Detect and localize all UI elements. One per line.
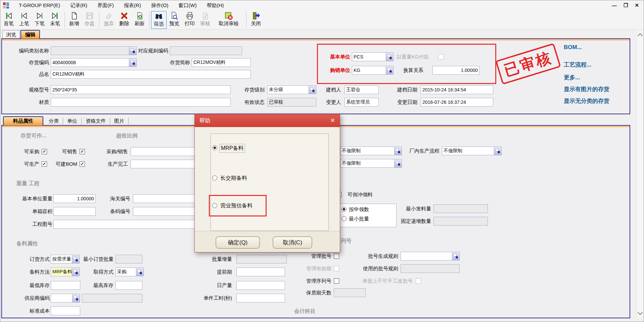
- unit-hours-input[interactable]: [236, 294, 285, 303]
- subtab-qualification-files[interactable]: 资格文件: [82, 118, 110, 124]
- conversion-input[interactable]: 1.00000: [432, 66, 479, 75]
- lookup-icon[interactable]: [72, 294, 80, 302]
- unit-weight-input[interactable]: 1.00000: [53, 194, 96, 203]
- manage-serial-checkbox[interactable]: [334, 278, 339, 284]
- lookup-icon[interactable]: [394, 159, 402, 167]
- supplier-code-input[interactable]: [51, 294, 80, 303]
- modifier-input[interactable]: 系统管理员: [344, 98, 379, 107]
- limit1-input[interactable]: 不做限制: [340, 147, 402, 155]
- link-bom[interactable]: BOM...: [564, 44, 582, 51]
- item-code-input[interactable]: 400400008: [51, 58, 137, 67]
- item-abbr-input[interactable]: CR12MOV精料: [192, 58, 251, 67]
- lookup-icon[interactable]: [394, 147, 402, 155]
- restore-icon[interactable]: ❐: [624, 2, 628, 8]
- min-stock-input[interactable]: [51, 281, 80, 290]
- daily-output-input[interactable]: [236, 281, 285, 290]
- delete-button[interactable]: 删除: [117, 11, 132, 29]
- item-name-input[interactable]: CR12MOV精料: [51, 70, 251, 79]
- scroll-down-icon[interactable]: [638, 310, 643, 315]
- lookup-icon[interactable]: [494, 147, 501, 155]
- batch-rule-input[interactable]: [401, 252, 460, 260]
- level-input[interactable]: 未分级: [267, 85, 316, 94]
- tab-edit[interactable]: 编辑: [20, 30, 40, 39]
- trade-unit-input[interactable]: KG: [352, 66, 394, 75]
- menu-item-window[interactable]: 窗口(W): [174, 0, 202, 10]
- over-prod-input[interactable]: [131, 160, 198, 168]
- last-record-button[interactable]: 末笔: [47, 11, 63, 29]
- limit2-input[interactable]: 不做限制: [340, 159, 402, 168]
- link-show-unclassified[interactable]: 显示无分类的存货: [564, 97, 609, 105]
- create-date-input[interactable]: 2015-10-24 16:34:54: [421, 85, 493, 94]
- menu-item-interface[interactable]: 界面(F): [92, 0, 119, 10]
- menu-item-report[interactable]: 报表(R): [119, 0, 146, 10]
- max-stock-input[interactable]: [116, 281, 142, 290]
- close-form-button[interactable]: 关闭: [248, 11, 264, 29]
- tab-browse[interactable]: 浏览: [2, 30, 20, 39]
- ok-button[interactable]: 确定(Q): [216, 236, 260, 249]
- minimize-icon[interactable]: —: [612, 3, 617, 8]
- menu-item-record[interactable]: 记录(R): [65, 0, 92, 10]
- link-show-with-images[interactable]: 显示有图片的存货: [564, 85, 609, 93]
- option-long-leadtime-radio[interactable]: [212, 175, 217, 180]
- lead-time-input[interactable]: [236, 268, 285, 276]
- barcode-input[interactable]: [133, 207, 198, 216]
- by-claim-radio[interactable]: [341, 207, 347, 212]
- customs-no-input[interactable]: [133, 194, 198, 203]
- prev-record-button[interactable]: 上笔: [16, 11, 32, 29]
- std-cost-input[interactable]: [51, 307, 80, 315]
- close-icon[interactable]: ✕: [635, 2, 639, 8]
- can-buy-checkbox[interactable]: [42, 149, 47, 154]
- option-mrp-radio[interactable]: [212, 145, 217, 150]
- menu-item-operation[interactable]: 操作(O): [146, 0, 174, 10]
- spec-input[interactable]: 250*240*35: [51, 85, 231, 94]
- dialog-title-bar[interactable]: 帮助 ✕: [195, 114, 340, 127]
- next-record-button[interactable]: 下笔: [32, 11, 47, 29]
- creator-input[interactable]: 王碧会: [344, 85, 379, 94]
- backflush-label: 可倒冲领料: [348, 190, 384, 199]
- menu-item-help[interactable]: 帮助(H): [202, 0, 229, 10]
- modify-date-input[interactable]: 2016-07-26 16:37:24: [421, 98, 493, 107]
- option-long-leadtime-label[interactable]: 长交期备料: [220, 174, 247, 182]
- dialog-close-icon[interactable]: ✕: [330, 117, 335, 124]
- subtab-item-attributes[interactable]: 料品属性: [3, 116, 43, 125]
- order-mode-input[interactable]: 按需求量: [51, 255, 80, 264]
- box-volume-input[interactable]: [53, 207, 96, 216]
- lookup-icon[interactable]: [129, 58, 136, 67]
- print-button[interactable]: 打印: [182, 11, 197, 29]
- material-input[interactable]: [51, 98, 231, 107]
- drawing-no-input[interactable]: [53, 220, 198, 229]
- can-produce-checkbox[interactable]: [42, 161, 47, 167]
- cancel-approve-button[interactable]: 取消审核: [213, 11, 244, 29]
- vertical-scrollbar[interactable]: [636, 30, 644, 318]
- cancel-button[interactable]: 取消(C): [273, 236, 312, 249]
- acquire-mode-input[interactable]: 采购: [116, 268, 144, 276]
- subtab-images[interactable]: 图片: [110, 118, 129, 124]
- min-batch-radio[interactable]: [341, 216, 347, 221]
- filter-button[interactable]: 筛选: [151, 11, 167, 29]
- lookup-icon[interactable]: [136, 268, 143, 276]
- preview-button[interactable]: 预览: [167, 11, 182, 29]
- subtab-classification[interactable]: 分类: [45, 118, 63, 124]
- lookup-icon[interactable]: [386, 53, 393, 61]
- link-process-flow[interactable]: 工艺流程...: [564, 61, 591, 69]
- option-mrp-label[interactable]: MRP备料: [220, 144, 245, 153]
- lookup-icon[interactable]: [386, 66, 393, 74]
- link-more[interactable]: 更多...: [564, 74, 580, 81]
- lookup-icon[interactable]: [452, 252, 459, 260]
- first-record-button[interactable]: 首笔: [1, 11, 16, 29]
- menu-item-app[interactable]: T-GROUP ERP(E): [14, 0, 65, 10]
- manage-serial-label: 管理序列号: [301, 277, 331, 285]
- subtab-units[interactable]: 单位: [63, 118, 82, 124]
- can-sell-checkbox[interactable]: [80, 149, 85, 154]
- scroll-up-icon[interactable]: [638, 33, 643, 39]
- new-button[interactable]: 新增: [66, 11, 82, 29]
- factory-flow-input[interactable]: 不做限制: [442, 147, 502, 155]
- prep-method-input[interactable]: MRP备料: [51, 268, 80, 276]
- eraser-icon: [104, 11, 113, 20]
- refresh-button[interactable]: 刷新: [132, 11, 147, 29]
- manage-batch-checkbox[interactable]: [334, 253, 339, 259]
- can-bom-checkbox[interactable]: [80, 161, 85, 167]
- base-unit-input[interactable]: PCS: [352, 52, 394, 61]
- subtab-strip: 分类 单位 资格文件 图片: [45, 117, 129, 125]
- over-buy-input[interactable]: [131, 147, 198, 156]
